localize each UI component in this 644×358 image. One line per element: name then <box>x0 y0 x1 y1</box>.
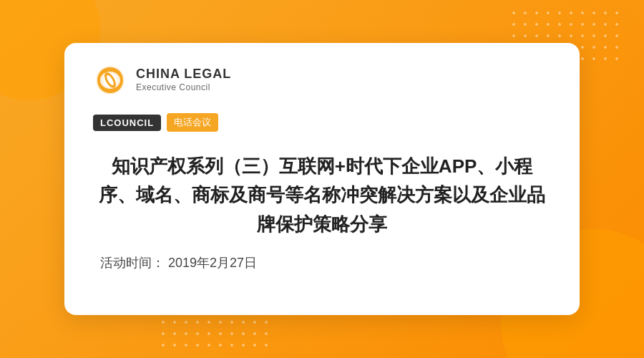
brand-title-line2: Executive Council <box>136 82 231 94</box>
brand-title-line1: CHINA LEGAL <box>136 67 231 82</box>
main-card: CHINA LEGAL Executive Council LCOUNCIL 电… <box>64 43 580 315</box>
tag-lcouncil: LCOUNCIL <box>93 115 161 131</box>
brand-logo-icon <box>93 63 127 97</box>
date-label: 活动时间： <box>100 256 165 270</box>
event-date: 活动时间： 2019年2月27日 <box>100 254 551 271</box>
event-title: 知识产权系列（三）互联网+时代下企业APP、小程序、域名、商标及商号等名称冲突解… <box>93 152 551 238</box>
tag-row: LCOUNCIL 电话会议 <box>93 113 551 132</box>
page-background: CHINA LEGAL Executive Council LCOUNCIL 电… <box>0 0 644 358</box>
card-header: CHINA LEGAL Executive Council <box>93 63 551 97</box>
date-value: 2019年2月27日 <box>168 256 257 270</box>
tag-event-type: 电话会议 <box>167 113 218 132</box>
brand-text-block: CHINA LEGAL Executive Council <box>136 67 231 94</box>
